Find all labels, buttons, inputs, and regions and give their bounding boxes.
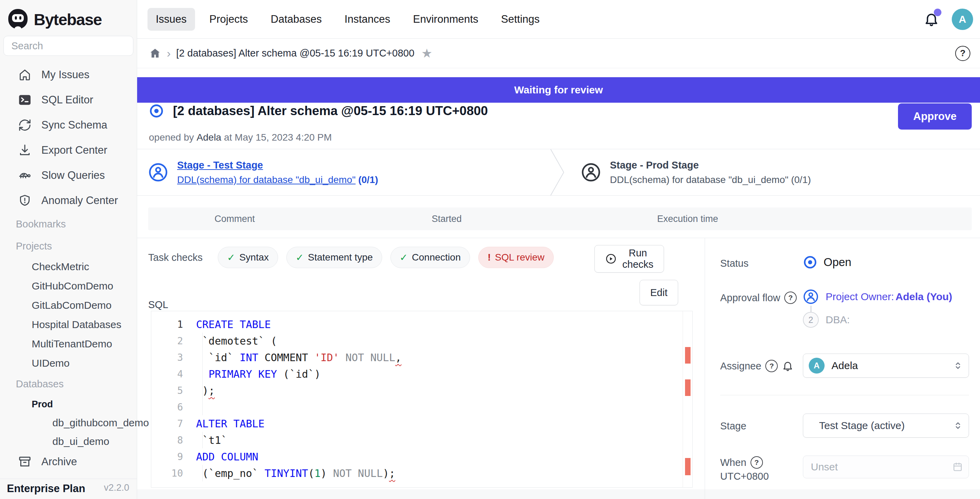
line-number: 4 xyxy=(151,369,196,380)
assignee-person-icon xyxy=(148,162,168,182)
tab-instances[interactable]: Instances xyxy=(336,8,399,31)
banner-text: Waiting for review xyxy=(514,84,603,96)
user-avatar[interactable]: A xyxy=(952,9,973,30)
sidebar-item-my-issues[interactable]: My Issues xyxy=(0,62,137,87)
status-value: Open xyxy=(803,255,851,270)
sidebar-item-label: Slow Queries xyxy=(41,169,105,182)
download-icon xyxy=(18,143,32,157)
assignee-avatar: A xyxy=(809,358,824,373)
assignee-select[interactable]: A Adela xyxy=(803,354,969,378)
sidebar-item-export-center[interactable]: Export Center xyxy=(0,138,137,163)
help-icon[interactable]: ? xyxy=(955,46,970,61)
panel-section-divider xyxy=(720,395,969,395)
sql-token: ( xyxy=(308,467,314,479)
help-glyph: ? xyxy=(788,294,793,302)
sidebar-item-sync-schema[interactable]: Sync Schema xyxy=(0,112,137,138)
check-pill-connection[interactable]: ✓ Connection xyxy=(390,247,470,268)
help-icon[interactable]: ? xyxy=(765,360,778,372)
sidebar-project-item[interactable]: GitHubComDemo xyxy=(0,277,137,296)
stage-title-link[interactable]: Stage - Test Stage xyxy=(177,160,378,171)
breadcrumb-current[interactable]: [2 databases] Alter schema @05-15 16:19 … xyxy=(176,48,414,59)
code-line: 7 ALTER TABLE xyxy=(151,415,692,432)
shield-alert-icon xyxy=(18,194,32,207)
tab-settings[interactable]: Settings xyxy=(493,8,548,31)
sql-editor[interactable]: 1 CREATE TABLE 2 `demotest` ( 3 `id` INT… xyxy=(151,311,693,488)
stage-card-test[interactable]: Stage - Test Stage DDL(schema) for datab… xyxy=(148,149,378,195)
stage-card-prod[interactable]: Stage - Prod Stage DDL(schema) for datab… xyxy=(581,149,811,195)
sidebar-item-label: My Issues xyxy=(41,68,89,81)
run-checks-label: Run checks xyxy=(622,248,653,270)
code-line: 6 xyxy=(151,399,692,415)
sidebar-item-archive[interactable]: Archive xyxy=(0,451,137,473)
column-header-execution-time: Execution time xyxy=(572,214,803,224)
notification-dot xyxy=(934,9,942,16)
approve-button[interactable]: Approve xyxy=(898,103,972,130)
approver-name[interactable]: Adela (You) xyxy=(896,291,952,302)
check-pass-icon: ✓ xyxy=(227,252,235,263)
sql-token: ADD COLUMN xyxy=(196,451,258,463)
bytebase-app: Bytebase ⌘ K My Issues xyxy=(0,0,980,499)
tab-projects[interactable]: Projects xyxy=(201,8,256,31)
line-number: 2 xyxy=(151,335,196,347)
notification-bell-icon[interactable] xyxy=(923,11,939,27)
help-icon[interactable]: ? xyxy=(751,456,763,469)
opened-prefix: opened by xyxy=(149,132,194,143)
sidebar-project-item[interactable]: MultiTenantDemo xyxy=(0,334,137,354)
tab-environments[interactable]: Environments xyxy=(405,8,487,31)
subscribe-bell-icon[interactable] xyxy=(782,360,794,372)
bookmark-star-icon[interactable]: ★ xyxy=(422,46,433,60)
sidebar-database-item[interactable]: db_githubcom_demo xyxy=(0,413,137,432)
run-checks-button[interactable]: Run checks xyxy=(594,245,664,273)
sidebar-item-anomaly-center[interactable]: Anomaly Center xyxy=(0,188,137,213)
sidebar-project-item[interactable]: UIDemo xyxy=(0,354,137,373)
sql-token: TINYINT xyxy=(265,467,308,479)
sql-section-label: SQL xyxy=(148,299,168,310)
code-line: 9 ADD COLUMN xyxy=(151,448,692,465)
issue-author[interactable]: Adela xyxy=(197,132,221,143)
editor-overview-ruler[interactable] xyxy=(682,311,692,487)
home-breadcrumb-icon[interactable] xyxy=(149,47,161,60)
task-checks-row: Task checks ✓ Syntax ✓ Statement type ✓ … xyxy=(148,247,554,268)
line-number: 1 xyxy=(151,319,196,330)
plan-label[interactable]: Enterprise Plan xyxy=(7,483,85,495)
search-input[interactable] xyxy=(4,40,141,52)
sql-token: PRIMARY KEY xyxy=(208,368,277,380)
sidebar-item-sql-editor[interactable]: SQL Editor xyxy=(0,87,137,112)
sql-token: NOT NULL xyxy=(345,351,396,364)
sidebar-project-item[interactable]: CheckMetric xyxy=(0,257,137,277)
stage-title: Stage - Prod Stage xyxy=(610,160,811,171)
when-datetime-input[interactable]: Unset xyxy=(803,456,969,478)
sidebar-project-item[interactable]: GitLabComDemo xyxy=(0,296,137,315)
sidebar-database-list: db_githubcom_demo db_ui_demo xyxy=(0,413,137,451)
sql-token-error: ; xyxy=(208,385,215,397)
status-label: Status xyxy=(720,258,748,269)
column-header-comment: Comment xyxy=(148,214,321,224)
sidebar-item-slow-queries[interactable]: Slow Queries xyxy=(0,163,137,188)
help-icon[interactable]: ? xyxy=(784,292,797,304)
code-line: 1 CREATE TABLE xyxy=(151,316,692,332)
open-status-icon xyxy=(803,255,817,270)
sidebar-section-bookmarks: Bookmarks xyxy=(0,213,137,235)
stage-task-link[interactable]: DDL(schema) for database "db_ui_demo" (0… xyxy=(177,174,378,185)
approval-connector-line xyxy=(810,306,811,312)
check-pill-list: ✓ Syntax ✓ Statement type ✓ Connection !… xyxy=(218,247,554,268)
check-pill-sql-review[interactable]: ! SQL review xyxy=(478,247,554,268)
sql-token: CREATE TABLE xyxy=(196,318,271,331)
breadcrumb-bar: › [2 databases] Alter schema @05-15 16:1… xyxy=(137,38,980,68)
sidebar-project-item[interactable]: Hospital Databases xyxy=(0,315,137,334)
sql-token: ) xyxy=(320,467,333,479)
tab-issues[interactable]: Issues xyxy=(148,8,195,31)
sql-token-error: , xyxy=(395,351,401,364)
code-line: 2 `demotest` ( xyxy=(151,332,692,349)
check-pill-statement-type[interactable]: ✓ Statement type xyxy=(286,247,382,268)
check-pill-syntax[interactable]: ✓ Syntax xyxy=(218,247,278,268)
archive-icon xyxy=(18,455,32,469)
stage-task-count: (0/1) xyxy=(791,174,811,185)
tab-databases[interactable]: Databases xyxy=(262,8,330,31)
sidebar-search[interactable]: ⌘ K xyxy=(3,36,134,56)
sidebar-database-item[interactable]: db_ui_demo xyxy=(0,432,137,451)
brand-logo[interactable]: Bytebase xyxy=(0,0,137,31)
edit-sql-button[interactable]: Edit xyxy=(640,280,678,305)
stage-select[interactable]: Test Stage (active) xyxy=(803,413,969,438)
terminal-icon xyxy=(18,93,32,107)
